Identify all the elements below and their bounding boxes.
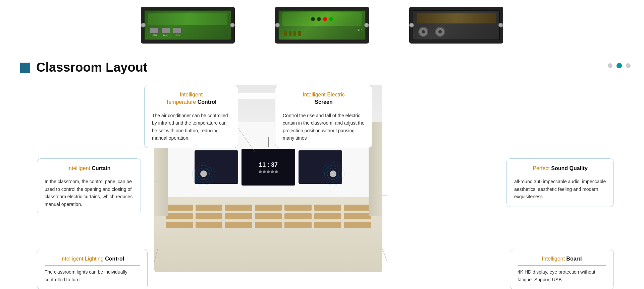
nav-dot-1[interactable] <box>608 63 612 68</box>
card-curtain-title-orange: Intelligent <box>67 165 92 171</box>
desk <box>344 213 371 219</box>
audio-card-image: SP <box>275 7 369 44</box>
card-board: Intelligent Board 4K HD display, eye pro… <box>510 249 614 289</box>
screen-dot-3 <box>267 170 270 173</box>
screen-dots <box>259 170 278 173</box>
card-lighting-title-orange: Intelligent Lighting <box>60 256 105 262</box>
desk <box>344 205 371 211</box>
card-curtain-body: In the classroom, the control panel can … <box>45 178 133 208</box>
desk <box>255 222 282 228</box>
card-temp-control: Intelligent Temperature Control The air … <box>144 85 238 148</box>
card-curtain: Intelligent Curtain In the classroom, th… <box>37 158 141 214</box>
section-icon <box>20 63 30 73</box>
card-lighting: Intelligent Lighting Control The classro… <box>37 249 148 289</box>
card-board-title: Intelligent Board <box>518 255 606 266</box>
svg-line-5 <box>382 249 387 262</box>
desk <box>284 213 312 219</box>
floor <box>154 197 382 272</box>
sound-waves-right <box>325 165 341 182</box>
nav-dot-3[interactable] <box>626 63 631 68</box>
card-board-body: 4K HD display, eye protection without fa… <box>518 268 606 283</box>
card-sound-body: all-round 360 impeccable audio, impeccab… <box>514 178 606 200</box>
desk-grid <box>166 205 371 228</box>
card-electric-title-bold: Screen <box>315 99 332 105</box>
desk <box>196 213 223 219</box>
sound-waves-left <box>195 165 212 182</box>
clock-display: 11 : 37 <box>259 161 278 168</box>
layout-area: 11 : 37 <box>20 85 624 289</box>
desk <box>166 222 193 228</box>
card-board-title-bold: Board <box>566 256 582 262</box>
card-electric-title: Intelligent Electric Screen <box>283 91 365 109</box>
card-curtain-title: Intelligent Curtain <box>45 165 133 175</box>
card-sound-title: Perfect Sound Quality <box>514 165 606 175</box>
card-lighting-title-bold: Control <box>105 256 124 262</box>
projector-arm <box>268 137 269 147</box>
card-curtain-title-bold: Curtain <box>92 165 110 171</box>
desk <box>314 213 341 219</box>
card-sound: Perfect Sound Quality all-round 360 impe… <box>506 158 614 207</box>
desk <box>196 222 223 228</box>
nav-dots[interactable] <box>608 63 631 68</box>
screen-dot-4 <box>271 170 274 173</box>
desk <box>196 205 223 211</box>
desk <box>255 213 282 219</box>
bnc-pcb <box>413 10 500 40</box>
desk <box>225 213 252 219</box>
card-sound-title-bold: Sound Quality <box>551 165 587 171</box>
card-board-title-orange: Intelligent <box>542 256 566 262</box>
card-temp-title-orange2: Temperature <box>166 99 197 105</box>
desk <box>314 222 341 228</box>
card-temp-body: The air conditioner can be controlled by… <box>152 112 230 142</box>
section-title: Classroom Layout <box>36 60 148 75</box>
nav-dot-2[interactable] <box>616 63 622 68</box>
desk <box>166 205 193 211</box>
screen-dot-2 <box>263 170 266 173</box>
audio-pcb: SP <box>278 10 366 40</box>
desk <box>314 205 341 211</box>
section-header: Classroom Layout <box>20 60 624 75</box>
lan-pcb: LAN3 LAN4 LAN5 <box>144 10 231 40</box>
desk <box>225 205 252 211</box>
card-sound-title-orange: Perfect <box>533 165 551 171</box>
card-temp-title-orange1: Intelligent <box>180 92 203 97</box>
desk <box>255 205 282 211</box>
hardware-section: LAN3 LAN4 LAN5 <box>0 0 644 54</box>
card-electric-title-orange: Intelligent Electric <box>303 92 344 97</box>
card-electric-body: Control the rise and fall of the electri… <box>283 112 365 142</box>
classroom-section: Classroom Layout <box>0 54 644 289</box>
lan-card-image: LAN3 LAN4 LAN5 <box>141 7 235 44</box>
screen-dot-1 <box>259 170 262 173</box>
card-lighting-title: Intelligent Lighting Control <box>45 255 140 266</box>
desk <box>166 213 193 219</box>
card-electric-screen: Intelligent Electric Screen Control the … <box>275 85 372 148</box>
desk <box>284 205 312 211</box>
screen-dot-5 <box>275 170 278 173</box>
card-temp-title: Intelligent Temperature Control <box>152 91 230 109</box>
screen-center: 11 : 37 <box>241 149 295 186</box>
card-temp-title-bold: Control <box>198 99 217 105</box>
desk <box>344 222 371 228</box>
desk <box>225 222 252 228</box>
desk <box>284 222 312 228</box>
bnc-card-image <box>409 7 503 44</box>
card-lighting-body: The classroom lights can be individually… <box>45 268 140 283</box>
